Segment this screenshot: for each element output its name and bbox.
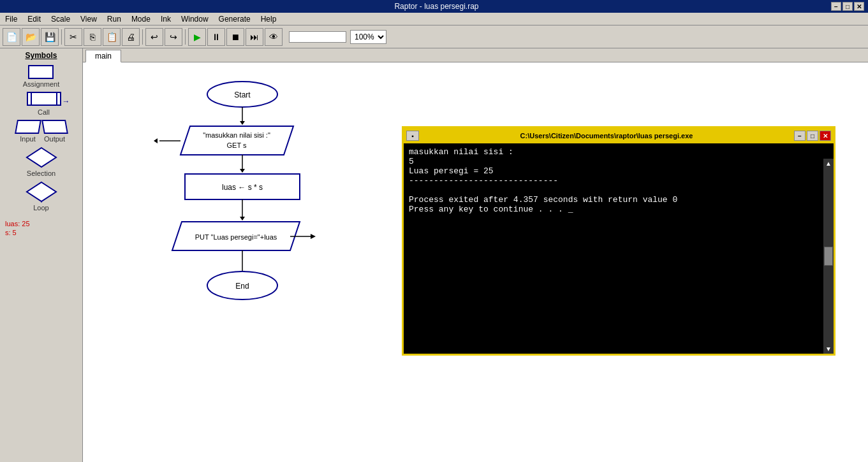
save-button[interactable]: 💾 <box>41 28 59 46</box>
variable-luas: luas: 25 <box>3 219 80 228</box>
copy-button[interactable]: ⎘ <box>84 28 101 46</box>
svg-text:End: End <box>235 282 249 291</box>
menu-window[interactable]: Window <box>176 14 214 24</box>
loop-label: Loop <box>33 204 48 212</box>
menu-help[interactable]: Help <box>256 14 282 24</box>
scroll-down-arrow[interactable]: ▼ <box>825 345 832 352</box>
symbols-title: Symbols <box>25 51 57 60</box>
window-title: Raptor - luas persegi.rap <box>42 2 831 11</box>
sidebar-item-selection[interactable]: Selection <box>26 147 57 177</box>
cut-button[interactable]: ✂ <box>64 28 82 46</box>
svg-marker-13 <box>240 169 245 173</box>
terminal-title: C:\Users\Citizen\Documents\raptor\luas p… <box>520 132 693 140</box>
selection-label: Selection <box>27 170 55 177</box>
run-button[interactable]: ▶ <box>188 28 206 46</box>
input-label: Input <box>20 135 35 143</box>
separator-1 <box>61 29 62 45</box>
open-button[interactable]: 📂 <box>22 28 40 46</box>
terminal-maximize-button[interactable]: □ <box>807 131 818 141</box>
main-layout: Symbols Assignment → Call Input <box>0 48 868 462</box>
sidebar-item-assignment[interactable]: Assignment <box>23 65 59 88</box>
progress-bar <box>289 31 346 43</box>
separator-2 <box>142 29 143 45</box>
svg-marker-21 <box>311 234 316 239</box>
new-button[interactable]: 📄 <box>3 28 20 46</box>
window-controls[interactable]: − □ ✕ <box>831 2 864 11</box>
svg-marker-17 <box>240 217 245 220</box>
svg-marker-6 <box>240 121 245 125</box>
assignment-icon <box>28 65 54 79</box>
svg-text:luas ← s * s: luas ← s * s <box>222 183 263 192</box>
stop-button[interactable]: ⏹ <box>226 28 244 46</box>
menu-mode[interactable]: Mode <box>126 14 156 24</box>
svg-marker-1 <box>27 182 56 201</box>
terminal-window: ▪ C:\Users\Citizen\Documents\raptor\luas… <box>402 126 835 356</box>
redo-button[interactable]: ↪ <box>165 28 182 46</box>
variables-panel: luas: 25 s: 5 <box>0 219 82 237</box>
flowchart-area: Start "masukkan nilai sisi :" GET s luas… <box>83 62 868 462</box>
terminal-title-bar: ▪ C:\Users\Citizen\Documents\raptor\luas… <box>404 128 834 143</box>
print-button[interactable]: 🖨 <box>122 28 140 46</box>
terminal-icon: ▪ <box>406 131 419 141</box>
menu-file[interactable]: File <box>0 14 22 24</box>
terminal-output: masukkan nilai sisi : 5 Luas persegi = 2… <box>404 143 682 354</box>
menu-view[interactable]: View <box>75 14 102 24</box>
svg-text:Start: Start <box>234 90 251 99</box>
variable-s: s: 5 <box>3 228 80 237</box>
scroll-up-arrow[interactable]: ▲ <box>825 160 832 167</box>
output-label: Output <box>44 135 65 143</box>
menu-bar: File Edit Scale View Run Mode Ink Window… <box>0 13 868 25</box>
loop-icon <box>26 181 57 203</box>
paste-button[interactable]: 📋 <box>103 28 121 46</box>
sidebar-item-loop[interactable]: Loop <box>26 181 57 212</box>
tabs-bar: main <box>83 48 868 62</box>
sidebar-item-io[interactable]: Input Output <box>16 120 67 143</box>
zoom-control[interactable]: 50% 75% 100% 125% 150% <box>350 30 386 44</box>
sidebar: Symbols Assignment → Call Input <box>0 48 83 462</box>
terminal-scrollbar[interactable]: ▲ ▼ <box>823 159 834 354</box>
selection-icon <box>26 147 57 168</box>
sidebar-item-call[interactable]: → Call <box>27 92 61 116</box>
terminal-minimize-button[interactable]: − <box>794 131 805 141</box>
pause-button[interactable]: ⏸ <box>207 28 225 46</box>
tab-main[interactable]: main <box>85 50 121 62</box>
svg-text:"masukkan nilai sisi :": "masukkan nilai sisi :" <box>203 131 270 139</box>
watch-button[interactable]: 👁 <box>265 28 283 46</box>
menu-edit[interactable]: Edit <box>22 14 46 24</box>
toolbar: 📄 📂 💾 ✂ ⎘ 📋 🖨 ↩ ↪ ▶ ⏸ ⏹ ⏭ 👁 50% 75% 100%… <box>0 25 868 48</box>
svg-marker-0 <box>27 148 56 167</box>
zoom-select[interactable]: 50% 75% 100% 125% 150% <box>350 30 386 44</box>
call-label: Call <box>38 108 50 116</box>
undo-button[interactable]: ↩ <box>145 28 163 46</box>
svg-text:GET s: GET s <box>227 141 247 149</box>
menu-scale[interactable]: Scale <box>46 14 75 24</box>
svg-marker-11 <box>154 138 158 143</box>
menu-generate[interactable]: Generate <box>214 14 256 24</box>
terminal-close-button[interactable]: ✕ <box>820 131 831 141</box>
step-button[interactable]: ⏭ <box>246 28 263 46</box>
terminal-controls[interactable]: − □ ✕ <box>794 131 831 141</box>
flowchart-diagram: Start "masukkan nilai sisi :" GET s luas… <box>147 75 402 394</box>
maximize-button[interactable]: □ <box>842 2 853 11</box>
content-area: main Start "masukkan nilai sisi :" GET s <box>83 48 868 462</box>
svg-marker-7 <box>180 126 293 155</box>
menu-ink[interactable]: Ink <box>156 14 176 24</box>
separator-3 <box>185 29 186 45</box>
svg-text:PUT "Luas persegi="+luas: PUT "Luas persegi="+luas <box>195 233 277 241</box>
minimize-button[interactable]: − <box>831 2 841 11</box>
menu-run[interactable]: Run <box>102 14 126 24</box>
title-bar: Raptor - luas persegi.rap − □ ✕ <box>0 0 868 13</box>
close-button[interactable]: ✕ <box>854 2 864 11</box>
scroll-thumb[interactable] <box>824 247 833 266</box>
assignment-label: Assignment <box>23 80 59 88</box>
